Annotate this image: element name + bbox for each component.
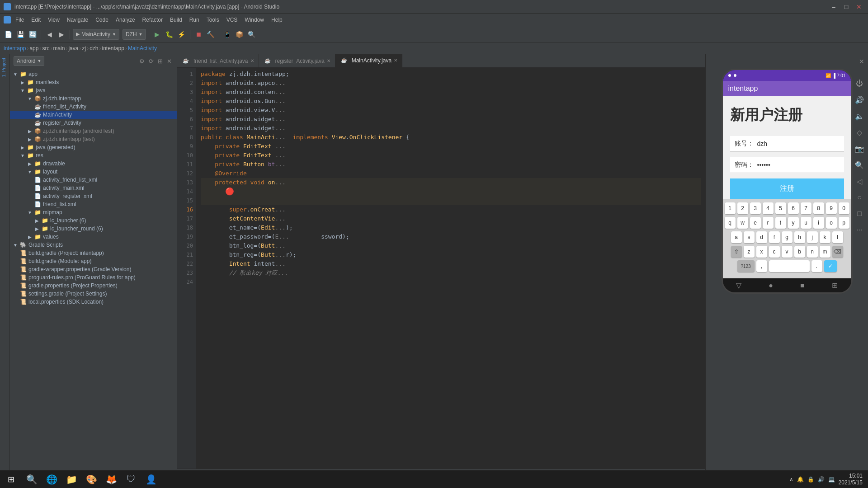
- sidebar-sync-btn[interactable]: ⟳: [147, 57, 155, 65]
- start-btn[interactable]: ⊞: [0, 470, 22, 488]
- menu-window[interactable]: Window: [242, 16, 267, 24]
- kb-key-s[interactable]: s: [744, 231, 755, 243]
- vol-down-btn[interactable]: 🔈: [853, 109, 866, 123]
- tree-item-xml4[interactable]: 📄 friend_list.xml: [10, 200, 177, 208]
- kb-key-c[interactable]: c: [769, 246, 780, 258]
- home-btn[interactable]: ○: [853, 191, 866, 204]
- menu-navigate[interactable]: Navigate: [64, 16, 91, 24]
- back-nav-btn[interactable]: ◁: [853, 174, 866, 188]
- taskbar-paint[interactable]: 🎨: [81, 470, 101, 488]
- nav-back-btn[interactable]: ▽: [736, 281, 741, 290]
- tray-notification[interactable]: 🔔: [797, 476, 804, 483]
- tree-item-friend-list[interactable]: ☕ friend_list_Activity: [10, 103, 177, 111]
- kb-key-t[interactable]: t: [775, 217, 786, 229]
- minimize-button[interactable]: –: [828, 1, 839, 12]
- tree-item-mainactivity[interactable]: ☕ MainActivity: [10, 111, 177, 119]
- avd-btn[interactable]: 📱: [222, 29, 233, 40]
- breadcrumb-item-dzh[interactable]: dzh: [90, 45, 98, 52]
- kb-key-n[interactable]: n: [807, 246, 818, 258]
- left-tab-project[interactable]: 1: Project: [0, 54, 9, 80]
- kb-key-r[interactable]: r: [763, 217, 774, 229]
- tree-item-drawable[interactable]: ▶ 📁 drawable: [10, 160, 177, 168]
- sidebar-close-btn[interactable]: ✕: [165, 57, 173, 65]
- kb-key-h[interactable]: h: [794, 231, 805, 243]
- kb-key-9[interactable]: 9: [826, 202, 837, 214]
- kb-key-w[interactable]: w: [737, 217, 748, 229]
- forward-btn[interactable]: ▶: [56, 29, 67, 40]
- kb-comma-key[interactable]: ,: [756, 260, 767, 272]
- menu-refactor[interactable]: Refactor: [140, 16, 165, 24]
- kb-key-6[interactable]: 6: [788, 202, 799, 214]
- tab-close-2[interactable]: ✕: [327, 58, 330, 63]
- kb-key-x[interactable]: x: [756, 246, 767, 258]
- tree-item-manifests[interactable]: ▶ 📁 manifests: [10, 78, 177, 86]
- tree-item-java-gen[interactable]: ▶ 📁 java (generated): [10, 143, 177, 151]
- kb-key-8[interactable]: 8: [813, 202, 824, 214]
- menu-view[interactable]: View: [45, 16, 62, 24]
- phone-register-btn[interactable]: 注册: [730, 178, 844, 199]
- nav-home-btn[interactable]: ●: [769, 282, 773, 290]
- screenshot-btn[interactable]: 📷: [853, 142, 866, 155]
- kb-key-1[interactable]: 1: [725, 202, 736, 214]
- taskbar-explorer[interactable]: 📁: [61, 470, 81, 488]
- breadcrumb-item-intentapp[interactable]: intentapp: [4, 45, 26, 52]
- kb-key-m[interactable]: m: [820, 246, 830, 258]
- kb-key-a[interactable]: a: [731, 231, 742, 243]
- kb-key-p[interactable]: p: [839, 217, 849, 229]
- kb-key-2[interactable]: 2: [737, 202, 748, 214]
- taskbar-search[interactable]: 🔍: [22, 470, 42, 488]
- kb-key-v[interactable]: v: [782, 246, 793, 258]
- device-dropdown[interactable]: DZH ▼: [123, 29, 146, 40]
- menu-help[interactable]: Help: [269, 16, 285, 24]
- tree-item-ic-launcher-round[interactable]: ▶ 📁 ic_launcher_round (6): [10, 225, 177, 233]
- tree-item-register[interactable]: ☕ register_Activity: [10, 119, 177, 127]
- tab-close-3[interactable]: ✕: [394, 58, 397, 63]
- tree-item-mipmap[interactable]: ▼ 📁 mipmap: [10, 208, 177, 216]
- sync-btn[interactable]: 🔄: [27, 29, 38, 40]
- kb-key-5[interactable]: 5: [775, 202, 786, 214]
- tree-item-local-props[interactable]: 📜 local.properties (SDK Location): [10, 298, 177, 306]
- kb-key-7[interactable]: 7: [801, 202, 811, 214]
- breadcrumb-item-mainactivity[interactable]: MainActivity: [128, 45, 157, 52]
- recents-btn[interactable]: □: [853, 207, 866, 221]
- kb-key-y[interactable]: y: [788, 217, 799, 229]
- debug-btn[interactable]: 🐛: [164, 29, 175, 40]
- menu-code[interactable]: Code: [93, 16, 111, 24]
- kb-num-key[interactable]: ?123: [737, 260, 755, 272]
- breadcrumb-item-main[interactable]: main: [53, 45, 65, 52]
- menu-edit[interactable]: Edit: [28, 16, 43, 24]
- tree-item-gradle-props[interactable]: 📜 gradle.properties (Project Properties): [10, 282, 177, 290]
- kb-key-g[interactable]: g: [782, 231, 793, 243]
- kb-key-z[interactable]: z: [744, 246, 755, 258]
- sidebar-settings-btn[interactable]: ⚙: [138, 57, 146, 65]
- kb-key-o[interactable]: o: [826, 217, 837, 229]
- kb-period-key[interactable]: .: [811, 260, 822, 272]
- breadcrumb-item-zj[interactable]: zj: [82, 45, 86, 52]
- kb-key-q[interactable]: q: [725, 217, 736, 229]
- kb-shift-key[interactable]: ⇧: [731, 246, 742, 258]
- sdk-btn[interactable]: 📦: [234, 29, 245, 40]
- panel-close-btn[interactable]: ✕: [859, 58, 864, 65]
- menu-tools[interactable]: Tools: [204, 16, 222, 24]
- breadcrumb-item-src[interactable]: src: [42, 45, 49, 52]
- tree-item-xml2[interactable]: 📄 activity_main.xml: [10, 184, 177, 192]
- kb-space-key[interactable]: [769, 260, 810, 272]
- tree-item-gradle-wrapper[interactable]: 📜 gradle-wrapper.properties (Gradle Vers…: [10, 265, 177, 273]
- tree-item-test[interactable]: ▶ 📦 zj.dzh.intentapp (test): [10, 135, 177, 143]
- kb-key-0[interactable]: 0: [839, 202, 849, 214]
- tray-lock[interactable]: 🔒: [807, 476, 814, 483]
- taskbar-browser[interactable]: 🌐: [42, 470, 61, 488]
- tray-volume[interactable]: 🔊: [818, 476, 825, 483]
- rotate-btn[interactable]: ◇: [853, 126, 866, 139]
- zoom-btn[interactable]: 🔍: [853, 158, 866, 172]
- kb-key-u[interactable]: u: [801, 217, 811, 229]
- tab-friend-list[interactable]: ☕ friend_list_Activity.java ✕: [177, 54, 259, 67]
- tree-item-java[interactable]: ▼ 📁 java: [10, 86, 177, 94]
- more-btn[interactable]: ···: [853, 223, 866, 237]
- kb-key-k[interactable]: k: [820, 231, 830, 243]
- breadcrumb-item-intentapp2[interactable]: intentapp: [102, 45, 124, 52]
- tree-item-gradle-scripts[interactable]: ▼ 🐘 Gradle Scripts: [10, 241, 177, 249]
- build-btn[interactable]: 🔨: [205, 29, 216, 40]
- menu-analyze[interactable]: Analyze: [113, 16, 138, 24]
- tray-expand[interactable]: ∧: [789, 476, 793, 483]
